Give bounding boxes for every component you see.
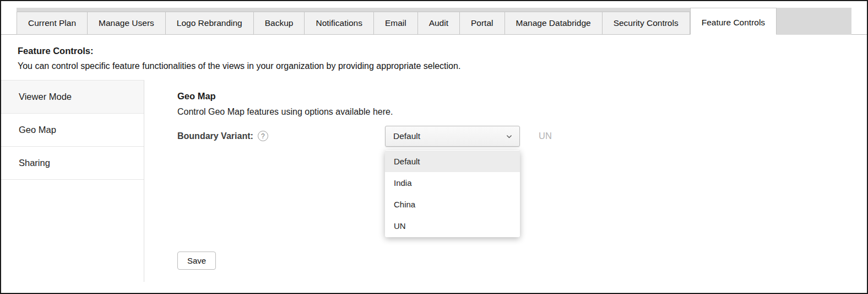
tab-manage-users[interactable]: Manage Users xyxy=(88,12,166,35)
ghost-previous-value: UN xyxy=(539,126,552,141)
help-icon[interactable]: ? xyxy=(258,131,268,141)
tab-feature-controls[interactable]: Feature Controls xyxy=(690,8,777,35)
sidebar-item-viewer-mode[interactable]: Viewer Mode xyxy=(1,81,144,114)
option-india[interactable]: India xyxy=(385,172,520,194)
tab-strip: Current Plan Manage Users Logo Rebrandin… xyxy=(17,8,851,35)
boundary-variant-menu: Default India China UN xyxy=(385,150,520,237)
save-row: Save xyxy=(177,252,867,270)
tab-portal[interactable]: Portal xyxy=(460,12,505,35)
tab-bar: Current Plan Manage Users Logo Rebrandin… xyxy=(1,1,867,35)
tab-backup[interactable]: Backup xyxy=(254,12,305,35)
sidebar: Viewer Mode Geo Map Sharing xyxy=(1,80,144,282)
tab-manage-databridge[interactable]: Manage Databridge xyxy=(505,12,603,35)
body: Viewer Mode Geo Map Sharing Geo Map Cont… xyxy=(1,80,867,282)
boundary-variant-select[interactable]: Default xyxy=(385,126,520,147)
chevron-down-icon xyxy=(506,133,513,140)
boundary-variant-select-wrap: Default Default India China UN xyxy=(385,126,520,147)
select-selected-value: Default xyxy=(393,131,420,141)
sidebar-item-geo-map[interactable]: Geo Map xyxy=(1,114,144,147)
option-default[interactable]: Default xyxy=(385,151,520,172)
page-description: You can control specific feature functio… xyxy=(18,61,850,71)
section-description: Control Geo Map features using options a… xyxy=(177,107,867,117)
option-un[interactable]: UN xyxy=(385,215,520,237)
tab-audit[interactable]: Audit xyxy=(418,12,460,35)
sidebar-item-sharing[interactable]: Sharing xyxy=(1,147,144,180)
tab-current-plan[interactable]: Current Plan xyxy=(17,12,88,35)
tab-logo-rebranding[interactable]: Logo Rebranding xyxy=(166,12,254,35)
main-content: Geo Map Control Geo Map features using o… xyxy=(144,80,867,282)
feature-controls-page: Current Plan Manage Users Logo Rebrandin… xyxy=(1,1,867,282)
boundary-variant-field: Boundary Variant: ? Default Default Indi… xyxy=(177,126,867,147)
field-label-wrap: Boundary Variant: ? xyxy=(177,126,385,141)
page-header: Feature Controls: You can control specif… xyxy=(1,35,867,80)
page-title: Feature Controls: xyxy=(18,46,850,56)
section-title: Geo Map xyxy=(177,91,867,101)
tab-notifications[interactable]: Notifications xyxy=(305,12,373,35)
tab-security-controls[interactable]: Security Controls xyxy=(603,12,690,35)
save-button[interactable]: Save xyxy=(177,252,216,270)
tab-email[interactable]: Email xyxy=(374,12,418,35)
option-china[interactable]: China xyxy=(385,194,520,215)
boundary-variant-label: Boundary Variant: xyxy=(177,131,253,141)
